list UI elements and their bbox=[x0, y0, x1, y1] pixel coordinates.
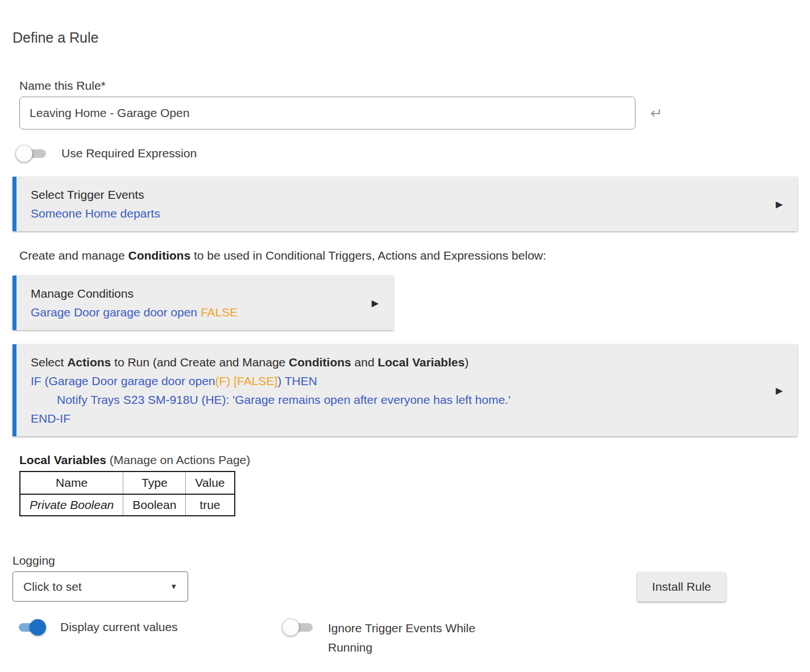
return-key-icon: ↵ bbox=[650, 106, 663, 120]
actions-panel-title: Select Actions to Run (and Create and Ma… bbox=[31, 353, 758, 372]
local-variables-table: Name Type Value Private Boolean Boolean … bbox=[19, 471, 235, 516]
chevron-down-icon: ▼ bbox=[170, 582, 177, 591]
display-values-group: Display current values bbox=[15, 619, 283, 636]
local-variables-subtitle: (Manage on Actions Page) bbox=[106, 453, 250, 466]
required-expression-label: Use Required Expression bbox=[61, 147, 197, 160]
actions-title-bold: Actions bbox=[67, 356, 111, 369]
required-expression-row: Use Required Expression bbox=[16, 145, 797, 162]
variable-type-cell: Boolean bbox=[123, 494, 186, 516]
table-header-row: Name Type Value bbox=[20, 471, 235, 494]
expand-arrow-icon[interactable]: ▶ bbox=[776, 199, 783, 210]
expand-arrow-icon[interactable]: ▶ bbox=[776, 385, 783, 396]
install-rule-button[interactable]: Install Rule bbox=[637, 572, 726, 602]
toggle-knob bbox=[30, 619, 46, 636]
actions-if-line[interactable]: IF (Garage Door garage door open(F) [FAL… bbox=[31, 372, 758, 390]
condition-text: Garage Door garage door open bbox=[31, 306, 201, 319]
if-text: ) THEN bbox=[277, 374, 317, 387]
actions-notify-line[interactable]: Notify Trays S23 SM-918U (HE): 'Garage r… bbox=[31, 390, 758, 409]
actions-title-bold: Local Variables bbox=[377, 356, 464, 369]
trigger-panel-title: Select Trigger Events bbox=[31, 185, 758, 204]
column-header-value: Value bbox=[186, 471, 235, 494]
table-row: Private Boolean Boolean true bbox=[20, 494, 235, 516]
page-title: Define a Rule bbox=[13, 0, 797, 46]
variable-name-cell: Private Boolean bbox=[20, 494, 123, 516]
conditions-panel-title: Manage Conditions bbox=[31, 284, 354, 303]
actions-title-text: and bbox=[351, 356, 378, 369]
rule-name-input[interactable] bbox=[19, 97, 635, 130]
note-text: Create and manage bbox=[19, 249, 128, 262]
variable-value-cell: true bbox=[186, 494, 235, 516]
note-text-bold: Conditions bbox=[128, 249, 190, 262]
select-trigger-events-panel[interactable]: Select Trigger Events Someone Home depar… bbox=[13, 177, 797, 231]
column-header-type: Type bbox=[123, 471, 186, 494]
toggle-knob bbox=[16, 145, 32, 162]
display-current-values-label: Display current values bbox=[60, 620, 178, 634]
manage-conditions-panel[interactable]: Manage Conditions Garage Door garage doo… bbox=[13, 276, 393, 330]
ignore-trigger-events-toggle[interactable] bbox=[283, 619, 314, 636]
condition-state-text: FALSE bbox=[201, 306, 238, 319]
toggle-knob bbox=[283, 619, 299, 636]
actions-title-text: Select bbox=[31, 356, 67, 369]
if-text: IF (Garage Door garage door open bbox=[31, 374, 215, 387]
actions-title-text: ) bbox=[464, 356, 468, 369]
conditions-panel-link[interactable]: Garage Door garage door open FALSE bbox=[31, 303, 354, 322]
column-header-name: Name bbox=[20, 471, 123, 494]
conditions-note: Create and manage Conditions to be used … bbox=[19, 249, 797, 262]
select-actions-panel[interactable]: Select Actions to Run (and Create and Ma… bbox=[13, 344, 797, 436]
expand-arrow-icon[interactable]: ▶ bbox=[372, 298, 379, 308]
actions-title-bold: Conditions bbox=[289, 356, 351, 369]
local-variables-title: Local Variables bbox=[19, 453, 106, 466]
display-current-values-toggle[interactable] bbox=[15, 619, 47, 636]
actions-endif-line[interactable]: END-IF bbox=[31, 409, 758, 428]
required-expression-toggle[interactable] bbox=[16, 145, 48, 162]
logging-select[interactable]: Click to set ▼ bbox=[13, 571, 188, 602]
bottom-toggles-row: Display current values Ignore Trigger Ev… bbox=[15, 619, 797, 657]
trigger-panel-link[interactable]: Someone Home departs bbox=[31, 204, 758, 223]
define-rule-page: Define a Rule Name this Rule* ↵ Use Requ… bbox=[0, 0, 810, 657]
logging-label: Logging bbox=[13, 554, 797, 567]
ignore-trigger-events-label: Ignore Trigger Events While Running bbox=[328, 619, 499, 657]
logging-row: Click to set ▼ Install Rule bbox=[13, 571, 726, 602]
rule-name-row: ↵ bbox=[19, 97, 797, 130]
if-condition-state: (F) [FALSE] bbox=[215, 374, 278, 387]
logging-select-value: Click to set bbox=[23, 580, 82, 594]
ignore-triggers-group: Ignore Trigger Events While Running bbox=[283, 619, 499, 657]
local-variables-heading: Local Variables (Manage on Actions Page) bbox=[19, 453, 797, 467]
rule-name-label: Name this Rule* bbox=[19, 79, 797, 93]
note-text: to be used in Conditional Triggers, Acti… bbox=[190, 249, 546, 262]
actions-title-text: to Run (and Create and Manage bbox=[111, 356, 289, 369]
